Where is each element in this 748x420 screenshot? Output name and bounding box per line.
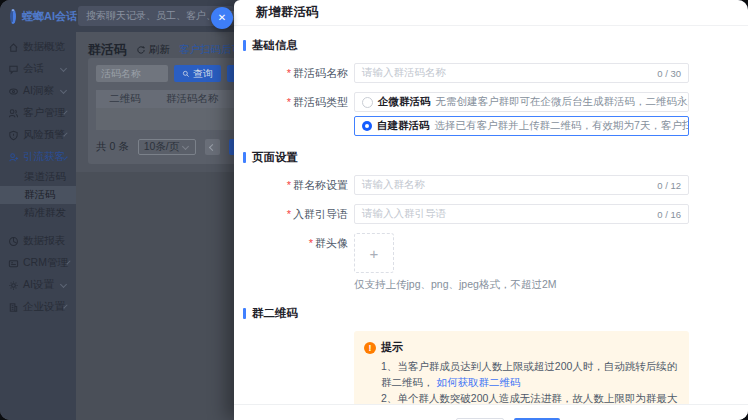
section-page-settings: 页面设置	[243, 150, 748, 165]
sidebar-item-customer-mgmt[interactable]: 客户管理	[0, 102, 76, 124]
crm-card-icon	[8, 258, 19, 269]
radio-unchecked-icon[interactable]	[362, 97, 373, 108]
chevron-down-icon	[60, 280, 67, 287]
char-counter: 0 / 16	[657, 209, 681, 220]
brand-logo-icon	[10, 9, 16, 24]
sidebar-item-crm-mgmt[interactable]: CRM管理	[0, 252, 76, 274]
group-name-input[interactable]: 请输入群名称 0 / 12	[354, 175, 689, 195]
join-guide-input[interactable]: 请输入入群引导语 0 / 16	[354, 204, 689, 224]
plus-icon	[370, 245, 379, 262]
sidebar-nav: 数据概览 会话 AI洞察 客户管理 风险预警 引流获客 渠道活码	[0, 32, 76, 420]
chevron-down-icon	[60, 86, 67, 93]
sidebar-item-conversation[interactable]: 会话	[0, 58, 76, 80]
building-icon	[8, 302, 19, 313]
drawer-new-group-code: 新增群活码 基础信息 群活码名称 请输入群活码名称 0 / 30 群活码类型	[234, 0, 748, 420]
char-counter: 0 / 30	[657, 68, 681, 79]
section-group-qrcode: 群二维码	[243, 306, 748, 321]
option-self-built-group-code[interactable]: 自建群活码 选择已有客户群并上传群二维码，有效期为7天，客户扫码后只需识别1次二…	[354, 116, 689, 136]
upload-hint: 仅支持上传jpg、png、jpeg格式，不超过2M	[354, 278, 689, 292]
sidebar-item-enterprise-settings[interactable]: 企业设置	[0, 296, 76, 318]
section-bar	[243, 308, 246, 319]
drawer-title: 新增群活码	[234, 0, 748, 26]
field-group-name: 群名称设置 请输入群名称 0 / 12	[234, 175, 748, 195]
radio-checked-icon[interactable]	[362, 121, 372, 131]
customers-icon	[8, 108, 19, 119]
column-qrcode: 二维码	[96, 92, 154, 106]
chevron-down-icon	[182, 142, 189, 149]
sidebar-item-ai-insight[interactable]: AI洞察	[0, 80, 76, 102]
char-counter: 0 / 12	[657, 180, 681, 191]
refresh-icon	[136, 45, 146, 55]
sidebar-item-ai-settings[interactable]: AI设置	[0, 274, 76, 296]
page-title: 群活码	[88, 41, 127, 59]
query-button[interactable]: 查询	[174, 65, 221, 82]
prev-page-button[interactable]	[205, 139, 220, 155]
close-icon	[218, 13, 226, 23]
field-code-type: 群活码类型 企微群活码 无需创建客户群即可在企微后台生成群活码，二维码永久有效，…	[234, 92, 748, 136]
sidebar-item-data-report[interactable]: 数据报表	[0, 230, 76, 252]
brand-logo: 螳螂AI会话	[0, 9, 76, 24]
refresh-button[interactable]: 刷新	[136, 43, 170, 57]
risk-shield-icon	[8, 130, 19, 141]
sidebar-item-acquisition[interactable]: 引流获客	[0, 146, 76, 168]
how-to-get-qrcode-link[interactable]: 如何获取群二维码	[436, 376, 520, 388]
drawer-footer: 取消 确定	[234, 404, 748, 420]
sidebar-subitem-group-code[interactable]: 群活码	[0, 186, 76, 204]
home-icon	[8, 42, 19, 53]
exclamation-icon: !	[364, 342, 376, 354]
sidebar-item-risk-warning[interactable]: 风险预警	[0, 124, 76, 146]
chevron-left-icon	[209, 143, 216, 150]
search-icon	[182, 70, 190, 78]
section-basic-info: 基础信息	[243, 38, 748, 53]
chevron-down-icon	[60, 64, 67, 71]
tip-line-1: 1、当客户群成员达到人数上限或超过200人时，自动跳转后续的群二维码， 如何获取…	[364, 358, 679, 390]
column-code-name: 群活码名称	[154, 92, 219, 106]
avatar-upload-box[interactable]	[354, 233, 394, 273]
app-window: 螳螂AI会话 搜索聊天记录、员工、客户、群聊等 数据概览 会话 AI洞察 客户管…	[0, 0, 748, 420]
sidebar-subitem-channel-code[interactable]: 渠道活码	[0, 168, 76, 186]
code-name-filter-input[interactable]: 活码名称	[96, 65, 168, 82]
option-wecom-group-code[interactable]: 企微群活码 无需创建客户群即可在企微后台生成群活码，二维码永久有效，客户扫码后需…	[354, 92, 689, 112]
total-count: 共 0 条	[96, 140, 129, 154]
pie-chart-icon	[8, 236, 19, 247]
page-size-select[interactable]: 10条/页	[138, 139, 196, 155]
gear-icon	[8, 280, 19, 291]
brand-name: 螳螂AI会话	[22, 9, 77, 24]
drawer-close-button[interactable]	[211, 7, 233, 29]
chat-icon	[8, 64, 19, 75]
field-code-name: 群活码名称 请输入群活码名称 0 / 30	[234, 63, 748, 83]
section-bar	[243, 152, 246, 163]
field-group-avatar: 群头像 仅支持上传jpg、png、jpeg格式，不超过2M	[234, 233, 748, 292]
nav-divider	[0, 222, 76, 230]
insight-eye-icon	[8, 86, 19, 97]
sidebar-item-data-overview[interactable]: 数据概览	[0, 36, 76, 58]
field-join-guide: 入群引导语 请输入入群引导语 0 / 16	[234, 204, 748, 224]
sidebar-subitem-mass-send[interactable]: 精准群发	[0, 204, 76, 222]
section-bar	[243, 40, 246, 51]
user-plus-icon	[8, 152, 19, 163]
code-name-input[interactable]: 请输入群活码名称 0 / 30	[354, 63, 689, 83]
drawer-body: 基础信息 群活码名称 请输入群活码名称 0 / 30 群活码类型 企微群活码	[234, 26, 748, 420]
